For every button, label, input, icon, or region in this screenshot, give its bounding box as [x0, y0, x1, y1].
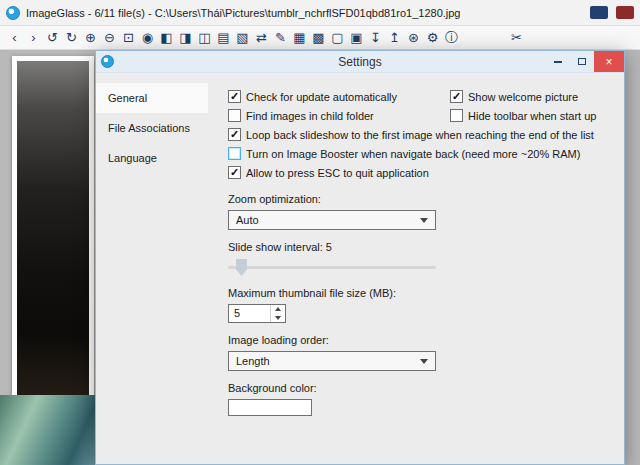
arrow-down-icon: [275, 316, 281, 320]
settings-sidebar: General File Associations Language: [96, 73, 208, 464]
general-settings-panel: Check for update automatically Show welc…: [208, 73, 624, 464]
background-color-label: Background color:: [228, 382, 610, 394]
zoom-in-icon[interactable]: ⊕: [81, 27, 100, 49]
checkbox-box[interactable]: [450, 90, 463, 103]
sidebar-item-file-associations[interactable]: File Associations: [96, 113, 208, 143]
checkerboard-icon[interactable]: ▩: [309, 27, 328, 49]
settings-gear-icon[interactable]: ⚙: [423, 27, 442, 49]
stepper-value[interactable]: 5: [229, 305, 270, 322]
close-icon: ×: [605, 55, 612, 69]
photo-content: [17, 61, 89, 399]
checkbox-loop-slideshow[interactable]: Loop back slideshow to the first image w…: [228, 128, 594, 141]
rotate-right-icon[interactable]: ↻: [62, 27, 81, 49]
checkbox-hide-toolbar-startup[interactable]: Hide toolbar when start up: [450, 109, 596, 122]
dialog-title: Settings: [96, 55, 624, 69]
about-icon[interactable]: ⓘ: [442, 27, 461, 49]
next-icon[interactable]: ›: [24, 27, 43, 49]
checkbox-box[interactable]: [228, 128, 241, 141]
image-loading-order-label: Image loading order:: [228, 334, 610, 346]
zoom-out-icon[interactable]: ⊖: [100, 27, 119, 49]
checkbox-box[interactable]: [228, 109, 241, 122]
minimize-icon: [554, 61, 562, 63]
thumbnail-bar-icon[interactable]: ▦: [290, 27, 309, 49]
image-loading-order-select[interactable]: Length: [228, 351, 436, 371]
arrow-up-icon: [275, 307, 281, 311]
maximize-icon: [578, 58, 586, 65]
checkbox-show-welcome-picture[interactable]: Show welcome picture: [450, 90, 578, 103]
checkbox-image-booster[interactable]: Turn on Image Booster when navigate back…: [228, 147, 580, 160]
chevron-down-icon: [420, 218, 428, 223]
background-color-swatch[interactable]: [228, 399, 312, 416]
language-icon[interactable]: ⊛: [404, 27, 423, 49]
scale-to-height-icon[interactable]: ◨: [176, 27, 195, 49]
imageglass-logo-icon: [101, 55, 114, 68]
upload-icon[interactable]: ↥: [385, 27, 404, 49]
settings-titlebar: Settings ×: [96, 51, 624, 73]
dialog-maximize-button[interactable]: [570, 51, 594, 72]
window-title: ImageGlass - 6/11 file(s) - C:\Users\Thá…: [26, 7, 460, 19]
lock-zoom-icon[interactable]: ◉: [138, 27, 157, 49]
checkbox-find-images-child-folder[interactable]: Find images in child folder: [228, 109, 450, 122]
checkbox-box[interactable]: [228, 147, 241, 160]
chevron-down-icon: [420, 359, 428, 364]
background-photo: [0, 395, 96, 465]
cut-icon[interactable]: ✂: [507, 27, 526, 49]
edit-icon[interactable]: ✎: [271, 27, 290, 49]
dialog-minimize-button[interactable]: [546, 51, 570, 72]
convert-icon[interactable]: ⇄: [252, 27, 271, 49]
imageglass-app: ImageGlass - 6/11 file(s) - C:\Users\Thá…: [0, 0, 640, 465]
zoom-optimization-select[interactable]: Auto: [228, 210, 436, 230]
sidebar-item-language[interactable]: Language: [96, 143, 208, 173]
dialog-close-button[interactable]: ×: [594, 51, 624, 72]
zoom-optimization-label: Zoom optimization:: [228, 193, 610, 205]
open-file-icon[interactable]: ▤: [214, 27, 233, 49]
close-button[interactable]: [616, 6, 634, 19]
combo-selected-value: Auto: [236, 214, 259, 226]
stepper-down-button[interactable]: [271, 314, 285, 323]
save-icon[interactable]: ↧: [366, 27, 385, 49]
slideshow-interval-slider[interactable]: [228, 258, 436, 276]
actual-size-icon[interactable]: ⊡: [119, 27, 138, 49]
thumbnail-size-stepper[interactable]: 5: [228, 304, 286, 323]
window-fit-icon[interactable]: ◫: [195, 27, 214, 49]
scale-to-width-icon[interactable]: ◧: [157, 27, 176, 49]
slider-track[interactable]: [228, 266, 436, 269]
browse-folder-icon[interactable]: ▧: [233, 27, 252, 49]
previous-icon[interactable]: ‹: [5, 27, 24, 49]
main-toolbar: ‹ › ↺ ↻ ⊕ ⊖ ⊡ ◉ ◧ ◨ ◫ ▤ ▧ ⇄ ✎ ▦ ▩ ▢ ▣ ↧ …: [0, 26, 640, 50]
main-titlebar: ImageGlass - 6/11 file(s) - C:\Users\Thá…: [0, 0, 640, 26]
imageglass-logo-icon: [6, 6, 20, 20]
checkbox-esc-quit[interactable]: Allow to press ESC to quit application: [228, 166, 429, 179]
thumbnail-size-label: Maximum thumbnail file size (MB):: [228, 287, 610, 299]
full-screen-icon[interactable]: ▢: [328, 27, 347, 49]
minimize-button[interactable]: [590, 6, 608, 19]
combo-selected-value: Length: [236, 355, 270, 367]
checkbox-check-update[interactable]: Check for update automatically: [228, 90, 450, 103]
slider-thumb[interactable]: [236, 259, 247, 276]
stepper-up-button[interactable]: [271, 305, 285, 314]
current-photo: [12, 56, 94, 404]
slideshow-icon[interactable]: ▣: [347, 27, 366, 49]
sidebar-item-general[interactable]: General: [96, 83, 208, 113]
checkbox-box[interactable]: [228, 166, 241, 179]
checkbox-box[interactable]: [228, 90, 241, 103]
rotate-left-icon[interactable]: ↺: [43, 27, 62, 49]
settings-dialog: Settings × General File Associations Lan…: [95, 50, 625, 465]
checkbox-box[interactable]: [450, 109, 463, 122]
slideshow-interval-label: Slide show interval: 5: [228, 241, 610, 253]
